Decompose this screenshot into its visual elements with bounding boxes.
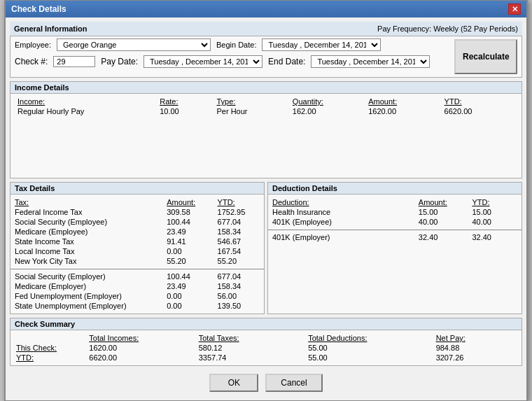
total-taxes-col-header: Total Taxes: bbox=[193, 333, 302, 343]
tax-employer-amount: 0.00 bbox=[162, 301, 213, 311]
tax-employer-row: Fed Unemployment (Employer) 0.00 56.00 bbox=[10, 291, 264, 301]
type-col-header: Type: bbox=[214, 97, 289, 106]
deduction-ytd: 15.00 bbox=[468, 207, 522, 217]
ytd-label: YTD: bbox=[10, 353, 83, 363]
tax-ytd: 677.04 bbox=[214, 217, 264, 227]
tax-name: State Income Tax bbox=[10, 237, 162, 246]
this-check-row: This Check: 1620.00 580.12 55.00 984.88 bbox=[10, 343, 522, 353]
deduction-details-section: Deduction Details Deduction: Amount: YTD… bbox=[267, 182, 522, 314]
end-date-label: End Date: bbox=[268, 57, 305, 66]
tax-row: Local Income Tax 0.00 167.54 bbox=[10, 246, 264, 256]
this-check-label: This Check: bbox=[10, 343, 83, 353]
income-col-header: Income: bbox=[15, 97, 157, 106]
deduction-employer-row: 401K (Employer) 32.40 32.40 bbox=[268, 232, 522, 242]
ytd-net-pay: 3207.26 bbox=[430, 353, 522, 363]
tax-row: Medicare (Employee) 23.49 158.34 bbox=[10, 227, 264, 237]
button-row: OK Cancel bbox=[10, 370, 522, 396]
tax-name: Federal Income Tax bbox=[10, 207, 162, 217]
deduction-row: 401K (Employee) 40.00 40.00 bbox=[268, 217, 522, 227]
income-details-section: Income Details Income: Rate: Type: Quant… bbox=[10, 81, 522, 178]
deduction-amount: 15.00 bbox=[414, 207, 468, 217]
close-button[interactable]: ✕ bbox=[508, 3, 521, 15]
summary-table: Total Incomes: Total Taxes: Total Deduct… bbox=[10, 333, 522, 363]
income-details-header: Income Details bbox=[10, 82, 522, 94]
tax-row: Social Security (Employee) 100.44 677.04 bbox=[10, 217, 264, 227]
window-title: Check Details bbox=[11, 4, 66, 14]
tax-name: Social Security (Employee) bbox=[10, 217, 162, 227]
tax-table: Tax: Amount: YTD: Federal Income Tax 309… bbox=[10, 197, 264, 311]
deduction-details-header: Deduction Details bbox=[268, 183, 522, 195]
deduction-name: Health Insurance bbox=[268, 207, 414, 217]
check-summary-header: Check Summary bbox=[10, 318, 522, 330]
total-incomes-col-header: Total Incomes: bbox=[83, 333, 192, 343]
tax-amount: 91.41 bbox=[162, 237, 213, 246]
tax-ytd: 55.20 bbox=[214, 256, 264, 266]
check-number-input[interactable] bbox=[53, 56, 95, 67]
recalculate-button[interactable]: Recalculate bbox=[454, 39, 517, 74]
tax-employer-row: Social Security (Employer) 100.44 677.04 bbox=[10, 272, 264, 281]
tax-row: State Income Tax 91.41 546.67 bbox=[10, 237, 264, 246]
deduction-employer-name: 401K (Employer) bbox=[268, 232, 414, 242]
ytd-total-incomes: 6620.00 bbox=[83, 353, 192, 363]
tax-employer-name: State Unemployment (Employer) bbox=[10, 301, 162, 311]
income-name: Regular Hourly Pay bbox=[15, 106, 157, 116]
deduction-employer-amount: 32.40 bbox=[414, 232, 468, 242]
deduction-col-header: Deduction: bbox=[268, 197, 414, 207]
tax-amount: 0.00 bbox=[162, 246, 213, 256]
general-info-bar: General Information Pay Frequency: Weekl… bbox=[10, 22, 522, 36]
employee-row: Employee: George Orange Begin Date: Tues… bbox=[10, 36, 450, 53]
ytd-total-taxes: 3357.74 bbox=[193, 353, 302, 363]
income-row: Regular Hourly Pay 10.00 Per Hour 162.00… bbox=[15, 106, 517, 116]
employee-select[interactable]: George Orange bbox=[57, 38, 211, 51]
deduction-ytd-col-header: YTD: bbox=[468, 197, 522, 207]
income-quantity: 162.00 bbox=[290, 106, 365, 116]
rate-col-header: Rate: bbox=[157, 97, 214, 106]
this-check-total-incomes: 1620.00 bbox=[83, 343, 192, 353]
amount-col-header: Amount: bbox=[365, 97, 441, 106]
check-details-window: Check Details ✕ General Information Pay … bbox=[4, 0, 528, 401]
tax-row: Federal Income Tax 309.58 1752.95 bbox=[10, 207, 264, 217]
pay-date-label: Pay Date: bbox=[101, 57, 138, 66]
tax-name: New York City Tax bbox=[10, 256, 162, 266]
tax-employer-row: Medicare (Employer) 23.49 158.34 bbox=[10, 281, 264, 291]
pay-frequency: Pay Frequency: Weekly (52 Pay Periods) bbox=[377, 24, 518, 33]
middle-section: Tax Details Tax: Amount: YTD: Federal In… bbox=[10, 182, 522, 314]
tax-ytd-col-header: YTD: bbox=[214, 197, 264, 207]
income-type: Per Hour bbox=[214, 106, 289, 116]
pay-date-select[interactable]: Tuesday , December 14, 2010 bbox=[144, 55, 262, 68]
income-table: Income: Rate: Type: Quantity: Amount: YT… bbox=[15, 97, 517, 116]
tax-amount: 309.58 bbox=[162, 207, 213, 217]
this-check-net-pay: 984.88 bbox=[430, 343, 522, 353]
tax-amount-col-header: Amount: bbox=[162, 197, 213, 207]
end-date-select[interactable]: Tuesday , December 14, 2010 bbox=[311, 55, 430, 68]
this-check-total-taxes: 580.12 bbox=[193, 343, 302, 353]
tax-amount: 100.44 bbox=[162, 217, 213, 227]
income-amount: 1620.00 bbox=[365, 106, 441, 116]
tax-employer-name: Social Security (Employer) bbox=[10, 272, 162, 281]
tax-name: Local Income Tax bbox=[10, 246, 162, 256]
begin-date-select[interactable]: Tuesday , December 14, 2010 bbox=[262, 38, 381, 51]
tax-employer-ytd: 56.00 bbox=[214, 291, 264, 301]
cancel-button[interactable]: Cancel bbox=[265, 374, 322, 392]
tax-employer-ytd: 158.34 bbox=[214, 281, 264, 291]
tax-employer-amount: 0.00 bbox=[162, 291, 213, 301]
income-ytd: 6620.00 bbox=[442, 106, 517, 116]
tax-employer-amount: 100.44 bbox=[162, 272, 213, 281]
tax-ytd: 546.67 bbox=[214, 237, 264, 246]
tax-ytd: 158.34 bbox=[214, 227, 264, 237]
title-bar: Check Details ✕ bbox=[6, 1, 526, 17]
tax-employer-row: State Unemployment (Employer) 0.00 139.5… bbox=[10, 301, 264, 311]
tax-name: Medicare (Employee) bbox=[10, 227, 162, 237]
income-rate: 10.00 bbox=[157, 106, 214, 116]
tax-employer-ytd: 139.50 bbox=[214, 301, 264, 311]
tax-details-section: Tax Details Tax: Amount: YTD: Federal In… bbox=[10, 182, 265, 314]
tax-amount: 23.49 bbox=[162, 227, 213, 237]
ytd-total-deductions: 55.00 bbox=[302, 353, 430, 363]
deduction-table: Deduction: Amount: YTD: Health Insurance… bbox=[268, 197, 522, 242]
employee-label: Employee: bbox=[15, 41, 51, 49]
tax-ytd: 1752.95 bbox=[214, 207, 264, 217]
tax-employer-ytd: 677.04 bbox=[214, 272, 264, 281]
deduction-amount: 40.00 bbox=[414, 217, 468, 227]
deduction-employer-ytd: 32.40 bbox=[468, 232, 522, 242]
ok-button[interactable]: OK bbox=[209, 374, 258, 392]
